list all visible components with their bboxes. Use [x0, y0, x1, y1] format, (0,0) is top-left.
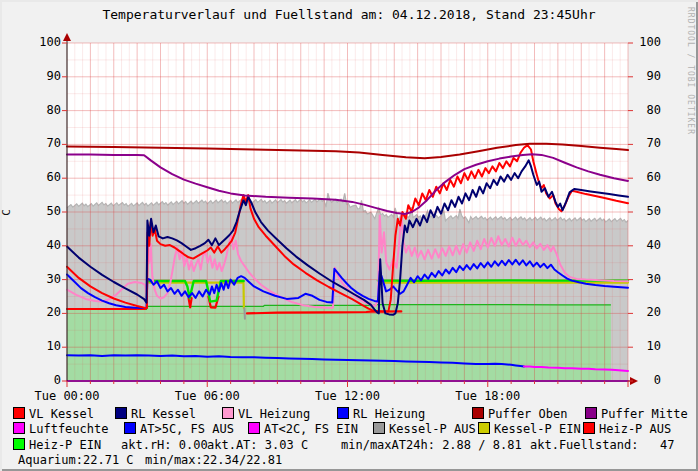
legend-label: Heiz-P EIN [29, 438, 101, 452]
y-tick-label: 70 [23, 137, 61, 150]
y-tick-label: 50 [23, 205, 61, 218]
legend-label: akt.Fuellstand: 47 [530, 438, 675, 452]
legend-item: Kessel-P AUS [373, 422, 476, 436]
legend-swatch-icon [373, 422, 385, 434]
x-tick-label: Tue 18:00 [443, 389, 533, 403]
legend-item: AT<2C, FS EIN [248, 422, 358, 436]
rrdtool-graph: Temperaturverlauf und Fuellstand am: 04.… [0, 0, 698, 471]
x-tick-label: Tue 06:00 [162, 389, 252, 403]
legend-item: Puffer Mitte [585, 407, 688, 421]
legend-swatch-icon [124, 422, 136, 434]
legend-item: akt.rH: 0.00 [121, 438, 208, 452]
y-tick-label: 100 [623, 36, 661, 49]
legend-label: akt.rH: 0.00 [121, 438, 208, 452]
legend-label: Kessel-P AUS [389, 422, 476, 436]
legend-swatch-icon [115, 407, 127, 419]
legend-item: Aquarium:22.71 C [18, 453, 134, 467]
rrdtool-watermark: RRDTOOL / TOBI OETIKER [686, 7, 695, 135]
legend-item: Heiz-P EIN [13, 438, 101, 452]
y-tick-label: 90 [623, 70, 661, 83]
y-tick-label: 30 [23, 273, 61, 286]
legend-swatch-icon [248, 422, 260, 434]
legend-item: akt.Fuellstand: 47 [530, 438, 675, 452]
legend-label: RL Heizung [353, 407, 425, 421]
legend-item: Kessel-P EIN [478, 422, 581, 436]
y-tick-label: 30 [623, 273, 661, 286]
legend-label: RL Kessel [131, 407, 196, 421]
y-tick-label: 100 [23, 36, 61, 49]
legend-label: VL Heizung [238, 407, 310, 421]
legend-row: Heiz-P EINakt.rH: 0.00akt.AT: 3.03 Cmin/… [0, 438, 698, 453]
y-tick-label: 10 [623, 340, 661, 353]
y-tick-label: 40 [623, 239, 661, 252]
y-tick-label: 70 [623, 137, 661, 150]
legend-label: AT<2C, FS EIN [264, 422, 358, 436]
legend-row: VL KesselRL KesselVL HeizungRL HeizungPu… [0, 407, 698, 422]
legend-swatch-icon [13, 407, 25, 419]
legend-item: RL Kessel [115, 407, 196, 421]
legend-item: AT>5C, FS AUS [124, 422, 234, 436]
legend-label: Aquarium:22.71 C [18, 453, 134, 467]
y-tick-label: 80 [23, 104, 61, 117]
y-tick-label: 0 [23, 374, 61, 387]
y-tick-label: 20 [623, 306, 661, 319]
y-tick-label: 40 [23, 239, 61, 252]
x-tick-label: Tue 00:00 [22, 389, 112, 403]
legend-swatch-icon [13, 438, 25, 450]
y-tick-label: 10 [23, 340, 61, 353]
y-tick-label: 80 [623, 104, 661, 117]
legend-swatch-icon [585, 407, 597, 419]
legend-item: VL Kessel [13, 407, 94, 421]
legend-item: RL Heizung [337, 407, 425, 421]
legend-label: Luftfeuchte [29, 422, 108, 436]
legend-swatch-icon [337, 407, 349, 419]
y-tick-label: 90 [23, 70, 61, 83]
y-tick-label: 60 [623, 171, 661, 184]
legend-label: min/max:22.34/22.81 [145, 453, 282, 467]
area-aquarium [67, 305, 611, 381]
series-kessel_p_aus_stub-line [244, 308, 245, 319]
legend-item: min/maxAT24h: 2.88 / 8.81 [341, 438, 522, 452]
legend-swatch-icon [472, 407, 484, 419]
y-axis-arrow-icon [63, 33, 71, 41]
legend-label: Puffer Oben [488, 407, 567, 421]
y-tick-label: 20 [23, 306, 61, 319]
legend-row: LuftfeuchteAT>5C, FS AUSAT<2C, FS EINKes… [0, 422, 698, 437]
legend-item: Puffer Oben [472, 407, 567, 421]
legend-item: min/max:22.34/22.81 [145, 453, 282, 467]
legend-swatch-icon [222, 407, 234, 419]
legend-item: VL Heizung [222, 407, 310, 421]
legend-label: akt.AT: 3.03 C [207, 438, 308, 452]
legend-swatch-icon [478, 422, 490, 434]
legend-item: Luftfeuchte [13, 422, 108, 436]
y-tick-label: 50 [623, 205, 661, 218]
legend-row: Aquarium:22.71 Cmin/max:22.34/22.81 [0, 453, 698, 468]
legend-label: Heiz-P AUS [599, 422, 671, 436]
legend-swatch-icon [583, 422, 595, 434]
legend-item: Heiz-P AUS [583, 422, 671, 436]
x-tick-label: Tue 12:00 [303, 389, 393, 403]
legend-swatch-icon [13, 422, 25, 434]
legend-label: Kessel-P EIN [494, 422, 581, 436]
legend-label: AT>5C, FS AUS [140, 422, 234, 436]
y-axis-unit: C [0, 193, 13, 233]
legend-label: VL Kessel [29, 407, 94, 421]
legend-item: akt.AT: 3.03 C [207, 438, 308, 452]
legend-label: min/maxAT24h: 2.88 / 8.81 [341, 438, 522, 452]
y-tick-label: 60 [23, 171, 61, 184]
legend-label: Puffer Mitte [601, 407, 688, 421]
y-tick-label: 0 [623, 374, 661, 387]
